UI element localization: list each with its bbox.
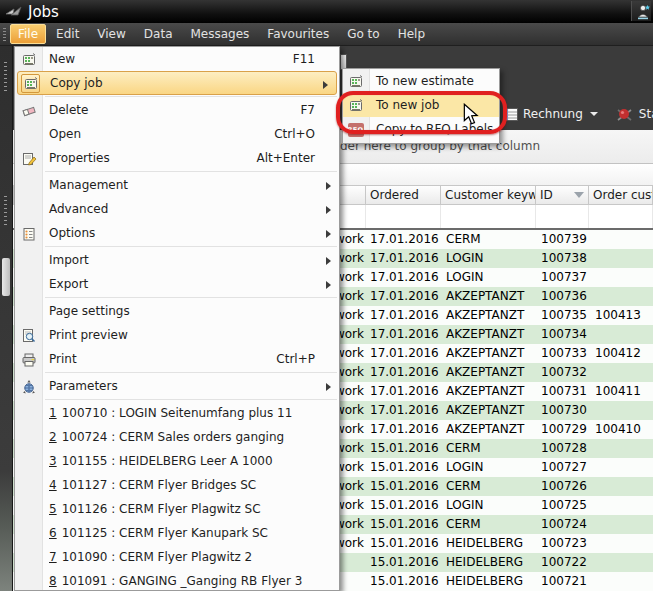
menu-item-parameters[interactable]: Parameters [15, 374, 339, 398]
menu-item-copy-job[interactable]: Copy job [17, 71, 337, 95]
recent-job-item[interactable]: 5101126 : CERM Flyer Plagwitz SC [15, 497, 339, 521]
menu-item-label: Management [49, 178, 128, 192]
toolbar-grip-handle[interactable] [4, 196, 7, 226]
cell-ordered: 17.01.2016 [366, 249, 441, 268]
recent-job-item[interactable]: 7101090 : CERM Flyer Plagwitz 2 [15, 545, 339, 569]
menubar-item-file[interactable]: File [10, 24, 46, 44]
filter-cell[interactable] [366, 205, 441, 228]
menu-item-shortcut: Alt+Enter [256, 151, 339, 165]
user-button[interactable] [631, 1, 651, 21]
menubar-item-data[interactable]: Data [136, 24, 181, 44]
submenu-item-copy-to-rfq-labels[interactable]: RFQCopy to RFQ Labels [343, 117, 499, 141]
filter-cell[interactable] [589, 205, 653, 228]
column-header-order-custo[interactable]: Order custo [589, 185, 653, 205]
cell-customer-keyword: LOGIN [441, 458, 536, 477]
column-header-ordered[interactable]: Ordered [366, 185, 441, 205]
menu-item-import[interactable]: Import [15, 248, 339, 272]
recent-job-item[interactable]: 3101155 : HEIDELBERG Leer A 1000 [15, 449, 339, 473]
menubar-item-messages[interactable]: Messages [182, 24, 257, 44]
cell-customer-keyword: AKZEPTANZT [441, 344, 536, 363]
cell-order-customer [589, 553, 653, 572]
menu-separator [45, 96, 337, 97]
cell-order-customer [589, 458, 653, 477]
cell-ordered: 15.01.2016 [366, 515, 441, 534]
menu-item-advanced[interactable]: Advanced [15, 197, 339, 221]
submenu-item-to-new-job[interactable]: To new job [343, 93, 499, 117]
cell-order-customer [589, 515, 653, 534]
cell-customer-keyword: HEIDELBERG [441, 572, 536, 591]
cell-customer-keyword: LOGIN [441, 268, 536, 287]
globe-icon [20, 378, 37, 395]
status-change-button[interactable]: Status änd [610, 102, 653, 126]
menu-item-shortcut: F7 [300, 103, 339, 117]
cell-customer-keyword: AKZEPTANZT [441, 287, 536, 306]
submenu-item-to-new-estimate[interactable]: To new estimate [343, 69, 499, 93]
menubar-item-view[interactable]: View [89, 24, 133, 44]
menu-item-page-settings[interactable]: Page settings [15, 299, 339, 323]
menu-item-label: Print [49, 352, 77, 366]
menu-item-label: Parameters [49, 379, 118, 393]
menu-item-export[interactable]: Export [15, 272, 339, 296]
cell-ordered: 15.01.2016 [366, 534, 441, 553]
recent-job-item[interactable]: 8101091 : GANGING _Ganging RB Flyer 3 [15, 569, 339, 591]
menubar-grip-handle[interactable] [3, 28, 6, 41]
column-header-label: Order custo [593, 188, 653, 202]
cell-customer-keyword: AKZEPTANZT [441, 306, 536, 325]
menubar-item-favourites[interactable]: Favourites [259, 24, 337, 44]
menu-item-new[interactable]: NewF11 [15, 47, 339, 71]
column-header-id[interactable]: ID [536, 185, 589, 205]
menubar-item-go-to[interactable]: Go to [339, 24, 388, 44]
cell-ordered: 17.01.2016 [366, 325, 441, 344]
recent-job-number: 5 [49, 502, 57, 516]
recent-job-label: 100710 : LOGIN Seitenumfang plus 11 [62, 406, 293, 420]
menubar-item-edit[interactable]: Edit [48, 24, 87, 44]
cell-customer-keyword: CERM [441, 515, 536, 534]
recent-job-item[interactable]: 4101127 : CERM Flyer Bridges SC [15, 473, 339, 497]
cell-customer-keyword: AKZEPTANZT [441, 325, 536, 344]
cell-id: 100721 [536, 572, 589, 591]
cell-customer-keyword: LOGIN [441, 249, 536, 268]
menu-item-properties[interactable]: PropertiesAlt+Enter [15, 146, 339, 170]
submenu-arrow-icon [326, 281, 331, 289]
rechnung-button[interactable]: Rechnung [497, 102, 604, 126]
cell-customer-keyword: LOGIN [441, 496, 536, 515]
recent-job-number: 3 [49, 454, 57, 468]
menu-item-print-preview[interactable]: Print preview [15, 323, 339, 347]
file-menu: NewF11Copy jobDeleteF7OpenCtrl+OProperti… [14, 46, 340, 591]
cell-order-customer [589, 477, 653, 496]
menu-item-open[interactable]: OpenCtrl+O [15, 122, 339, 146]
cell-customer-keyword: HEIDELBERG [441, 534, 536, 553]
recent-job-item[interactable]: 6101125 : CERM Flyer Kanupark SC [15, 521, 339, 545]
rechnung-label: Rechnung [523, 107, 583, 121]
cell-ordered: 17.01.2016 [366, 344, 441, 363]
filter-cell[interactable] [536, 205, 589, 228]
menu-item-management[interactable]: Management [15, 173, 339, 197]
menubar-item-help[interactable]: Help [390, 24, 433, 44]
cell-ordered: 15.01.2016 [366, 477, 441, 496]
cell-ordered: 17.01.2016 [366, 230, 441, 249]
recent-job-item[interactable]: 2100724 : CERM Sales orders ganging [15, 425, 339, 449]
rfq-icon: RFQ [347, 121, 364, 138]
printer-icon [20, 351, 37, 368]
menu-item-print[interactable]: PrintCtrl+P [15, 347, 339, 371]
cell-customer-keyword: AKZEPTANZT [441, 401, 536, 420]
menu-item-options[interactable]: Options [15, 221, 339, 245]
menu-item-label: Copy job [50, 76, 103, 90]
dock-scrollbar-thumb[interactable] [2, 258, 10, 296]
toolbar-grip-handle[interactable] [4, 62, 7, 92]
status-change-label: Status änd [639, 107, 653, 121]
menu-item-label: Options [49, 226, 95, 240]
cell-id: 100738 [536, 249, 589, 268]
recent-job-item[interactable]: 1100710 : LOGIN Seitenumfang plus 11 [15, 401, 339, 425]
filter-cell[interactable] [441, 205, 536, 228]
menu-item-label: Export [49, 277, 88, 291]
cell-order-customer: 100411 [589, 382, 653, 401]
cell-customer-keyword: AKZEPTANZT [441, 382, 536, 401]
menu-separator [45, 297, 337, 298]
column-header-label: Customer keyword [445, 188, 536, 202]
page-magnifier-icon [20, 327, 37, 344]
menu-item-delete[interactable]: DeleteF7 [15, 98, 339, 122]
column-header-customer-keyword[interactable]: Customer keyword [441, 185, 536, 205]
cell-order-customer [589, 439, 653, 458]
submenu-arrow-icon [326, 383, 331, 391]
